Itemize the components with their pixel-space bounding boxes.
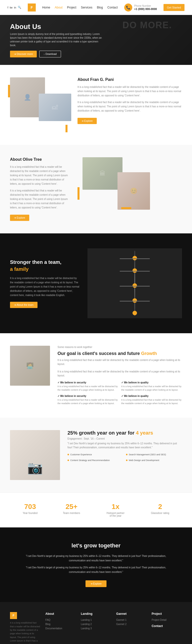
phone-label: Phone Number: [134, 4, 157, 8]
footer-gannet-title: Gannet: [116, 612, 147, 616]
about-olive-content: About Olive Tree It is a long establishe…: [10, 157, 70, 221]
nav-links: Home About Project Services Blog Contact: [42, 6, 118, 9]
why-item-3-desc: It is a long established fact that a rea…: [58, 398, 118, 405]
team-content: Stronger then a team, a family It is a l…: [10, 258, 80, 308]
why-title-highlight: Growth: [141, 351, 157, 356]
team-about-button[interactable]: ➜ About the team: [10, 302, 38, 308]
get-started-button[interactable]: Get Started: [163, 4, 184, 11]
footer-landing-3[interactable]: Landing 3: [81, 627, 111, 630]
stats-section: 703 Year founded 25+ Team members 1x Hub…: [0, 492, 192, 528]
stat-1-label: Year founded: [23, 512, 38, 514]
about-olive-title: About Olive Tree: [10, 157, 70, 162]
brand-logo: F: [28, 4, 36, 12]
couch-image: 🛋: [39, 94, 71, 121]
why-item-2-title: ✓ We believe in quality: [121, 381, 182, 384]
growth-title-highlight: 4 years: [136, 430, 153, 436]
growth-content: 25% growth year on year for 4 years Enga…: [68, 430, 182, 462]
hero-buttons: ➜ Discover more ↓ Download: [10, 51, 105, 58]
growth-engagement: Engagement : Sept. '16 – Current: [68, 437, 182, 440]
why-item-4-desc: It is a long established fact that a rea…: [121, 398, 182, 405]
about-olive-images: 🏛 😊: [78, 157, 182, 217]
about-fran-images: 👤 🛋: [10, 78, 70, 132]
hero-title: About Us: [10, 23, 105, 31]
footer-project-title: Project: [151, 612, 182, 616]
stat-1: 703 Year founded: [23, 503, 38, 517]
service-4-label: Web Design and Development: [129, 459, 159, 462]
growth-title-text: 25% growth year on year for: [68, 430, 134, 436]
why-item-4: ✓ We believe in quality It is a long est…: [121, 395, 182, 405]
service-1-label: Customer Experience: [70, 453, 92, 456]
nav-services[interactable]: Services: [81, 6, 92, 9]
stat-4: 2 Glassdoor rating: [151, 503, 169, 517]
stat-2-number: 25+: [63, 503, 80, 511]
stat-4-number: 2: [151, 503, 169, 511]
olive-explore-button[interactable]: ➜ Explore: [10, 215, 29, 221]
accent-bar-right: [66, 125, 68, 132]
social-facebook[interactable]: f: [8, 6, 8, 9]
helix-node-1: [132, 256, 137, 260]
footer-about-blog[interactable]: Blog: [46, 623, 76, 626]
why-person-image: 👩‍💻: [10, 346, 50, 386]
why-item-4-title: ✓ We believe in quality: [121, 395, 182, 398]
cafeteria-image: 🏛: [83, 157, 122, 190]
why-item-1: ✓ We believe in security It is a long es…: [58, 381, 118, 392]
service-1: Customer Experience: [68, 453, 123, 456]
stat-4-label: Glassdoor rating: [151, 512, 169, 514]
helix-node-4: [132, 298, 137, 303]
team-image-area: [88, 248, 182, 318]
footer-about-docs[interactable]: Documentation: [46, 627, 76, 630]
hero-content: About Us Lorem Ipsum is simply dummy tex…: [10, 23, 105, 58]
footer-project-col: Project Project Detail Contact: [151, 612, 182, 644]
testimonial-title: let's grow together: [20, 542, 172, 549]
footer-logo-icon: F: [10, 612, 17, 619]
testimonial-explore-button[interactable]: ➜ Explore: [86, 580, 107, 587]
nav-about[interactable]: About: [55, 6, 63, 9]
why-item-1-desc: It is a long established fact that a rea…: [58, 385, 118, 392]
social-search[interactable]: 🔍: [18, 6, 21, 9]
footer-brand-col: F It is a long established fact that a r…: [10, 612, 41, 644]
why-desc2: It is a long established fact that a rea…: [58, 370, 182, 378]
about-olive-text2: It is a long established fact that a rea…: [10, 188, 70, 210]
why-item-3-title: ✓ We believe in security: [58, 395, 118, 398]
team-section: Stronger then a team, a family It is a l…: [0, 234, 192, 333]
nav-contact[interactable]: Contact: [107, 6, 117, 9]
why-item-2-desc: It is a long established fact that a rea…: [121, 385, 182, 392]
service-1-dot: [68, 454, 69, 455]
helix-node-2: [132, 268, 137, 273]
footer-landing-2[interactable]: Landing 2: [81, 623, 111, 626]
download-button[interactable]: ↓ Download: [39, 51, 61, 58]
footer-about-faq[interactable]: FAQ: [46, 618, 76, 621]
helix-node-5: [132, 311, 137, 315]
accent-bar-olive-bottom: [121, 207, 131, 209]
nav-blog[interactable]: Blog: [97, 6, 103, 9]
social-twitter[interactable]: tw: [10, 6, 13, 9]
footer-contact-title: Contact: [151, 624, 182, 628]
stat-3-number: 1x: [105, 503, 125, 511]
growth-services-grid: Customer Experience Search Management (S…: [68, 453, 182, 462]
helix-arm-2: [120, 271, 150, 272]
hero-tagline: DO MORE.: [122, 20, 172, 30]
footer-gannet-1[interactable]: Gannet 1: [116, 618, 147, 621]
about-fran-text1: It is a long established fact that a rea…: [78, 85, 182, 98]
testimonial-section: let's grow together "I set Dev North's t…: [0, 528, 192, 602]
nav-home[interactable]: Home: [42, 6, 50, 9]
social-linkedin[interactable]: in: [14, 6, 16, 9]
footer-landing-1[interactable]: Landing 1: [81, 618, 111, 621]
about-fran-text2: It is a long established fact that a rea…: [78, 100, 182, 113]
footer-gannet-2[interactable]: Gannet 2: [116, 623, 147, 626]
team-visual: [110, 251, 160, 316]
navbar: f tw in 🔍 F Home About Project Services …: [0, 0, 192, 15]
footer-description: It is a long established fact that a rea…: [10, 621, 41, 644]
fran-explore-button[interactable]: ➜ Explore: [78, 118, 97, 124]
footer-columns: F It is a long established fact that a r…: [10, 612, 182, 644]
discover-more-button[interactable]: ➜ Discover more: [10, 51, 37, 58]
footer-logo: F: [10, 612, 41, 619]
testimonial-text1: "I set Dev North's target of growing my …: [20, 554, 172, 563]
helix-node-3: [132, 283, 137, 288]
footer-project-detail[interactable]: Project Detail: [151, 618, 182, 621]
footer-gannet-col: Gannet Gannet 1 Gannet 2: [116, 612, 147, 644]
nav-project[interactable]: Project: [67, 6, 76, 9]
phone-info: 📞 Phone Number +1 (000) 000-0000: [124, 4, 157, 12]
phone-icon: 📞: [124, 4, 132, 12]
service-2-label: Search Management (SEO and SES): [129, 453, 166, 456]
